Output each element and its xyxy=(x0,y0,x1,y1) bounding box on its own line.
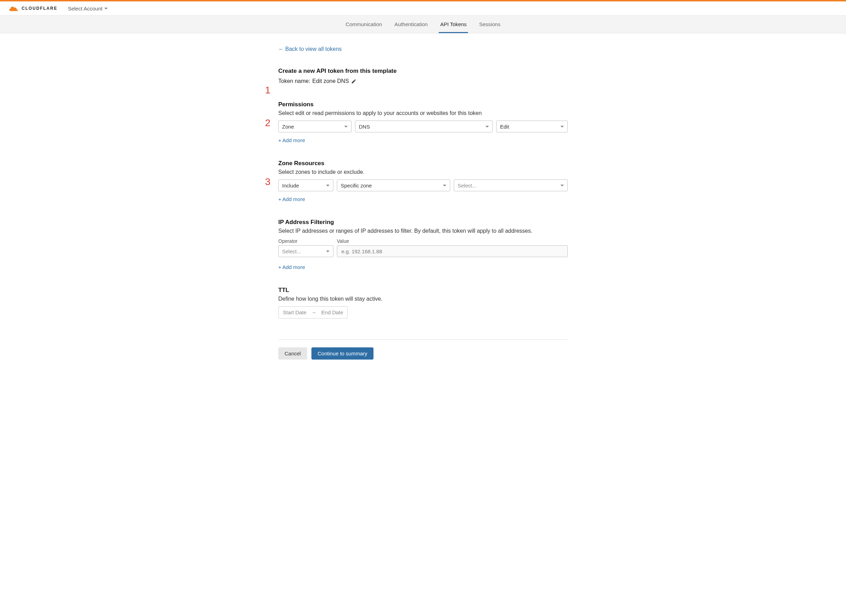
zone-scope-select[interactable]: Specific zone xyxy=(337,179,450,191)
token-name-row: Token name: Edit zone DNS xyxy=(278,78,568,84)
zone-inclusion-select[interactable]: Include xyxy=(278,179,333,191)
permissions-resource-select[interactable]: DNS xyxy=(355,120,493,132)
tab-sessions[interactable]: Sessions xyxy=(478,16,502,33)
zone-resources-title: Zone Resources xyxy=(278,160,568,167)
permissions-desc: Select edit or read permissions to apply… xyxy=(278,110,568,116)
header: CLOUDFLARE Select Account xyxy=(0,1,846,16)
permissions-add-more[interactable]: + Add more xyxy=(278,137,305,143)
ttl-start-placeholder: Start Date xyxy=(283,309,306,315)
permissions-add-more-label: Add more xyxy=(282,137,305,143)
brand-logo: CLOUDFLARE xyxy=(8,5,57,12)
chevron-down-icon xyxy=(104,8,108,9)
footer-divider xyxy=(278,339,568,340)
ttl-desc: Define how long this token will stay act… xyxy=(278,296,568,302)
ip-operator-label: Operator xyxy=(278,238,333,244)
section-zone-resources: 3 Zone Resources Select zones to include… xyxy=(278,160,568,202)
ip-filtering-add-more[interactable]: + Add more xyxy=(278,264,305,270)
token-name-value: Edit zone DNS xyxy=(312,78,349,84)
main-content: ← Back to view all tokens 1 Create a new… xyxy=(278,34,568,380)
ip-operator-placeholder: Select... xyxy=(282,248,301,254)
ttl-date-range[interactable]: Start Date → End Date xyxy=(278,306,348,318)
footer-actions: Cancel Continue to summary xyxy=(278,348,568,359)
chevron-down-icon xyxy=(443,185,446,186)
permissions-resource-value: DNS xyxy=(359,124,370,130)
zone-scope-value: Specific zone xyxy=(341,183,372,189)
pencil-icon[interactable] xyxy=(351,79,356,84)
permissions-level-value: Edit xyxy=(500,124,509,130)
token-name-label: Token name: xyxy=(278,78,310,84)
tab-authentication[interactable]: Authentication xyxy=(393,16,429,33)
brand-text: CLOUDFLARE xyxy=(22,6,57,11)
ttl-end-placeholder: End Date xyxy=(322,309,343,315)
chevron-down-icon xyxy=(486,126,489,128)
ip-value-label: Value xyxy=(337,238,568,244)
permissions-title: Permissions xyxy=(278,101,568,108)
plus-icon: + xyxy=(278,264,281,270)
back-link[interactable]: ← Back to view all tokens xyxy=(278,46,342,52)
continue-button[interactable]: Continue to summary xyxy=(311,348,374,359)
chevron-down-icon xyxy=(326,251,330,252)
plus-icon: + xyxy=(278,196,281,202)
annotation-3: 3 xyxy=(265,176,271,188)
permissions-scope-value: Zone xyxy=(282,124,294,130)
permissions-scope-select[interactable]: Zone xyxy=(278,120,352,132)
zone-resources-desc: Select zones to include or exclude. xyxy=(278,169,568,175)
chevron-down-icon xyxy=(561,126,564,128)
cloud-icon xyxy=(8,5,19,12)
account-selector-label: Select Account xyxy=(68,6,103,12)
ip-value-input[interactable] xyxy=(337,245,568,257)
section-ip-filtering: IP Address Filtering Select IP addresses… xyxy=(278,219,568,270)
arrow-right-icon: → xyxy=(311,309,316,315)
back-link-text: Back to view all tokens xyxy=(285,46,342,52)
tab-api-tokens[interactable]: API Tokens xyxy=(439,16,468,33)
chevron-down-icon xyxy=(344,126,348,128)
plus-icon: + xyxy=(278,137,281,143)
account-selector[interactable]: Select Account xyxy=(68,6,108,12)
annotation-1: 1 xyxy=(265,85,271,96)
chevron-down-icon xyxy=(561,185,564,186)
zone-value-placeholder: Select... xyxy=(458,183,476,189)
zone-value-select[interactable]: Select... xyxy=(454,179,568,191)
chevron-down-icon xyxy=(326,185,330,186)
ttl-title: TTL xyxy=(278,287,568,294)
arrow-left-icon: ← xyxy=(278,46,284,52)
ip-operator-select[interactable]: Select... xyxy=(278,245,333,257)
section-permissions: 2 Permissions Select edit or read permis… xyxy=(278,101,568,143)
zone-resources-add-more[interactable]: + Add more xyxy=(278,196,305,202)
ip-filtering-title: IP Address Filtering xyxy=(278,219,568,226)
tab-communication[interactable]: Communication xyxy=(344,16,383,33)
cancel-button[interactable]: Cancel xyxy=(278,348,307,359)
annotation-2: 2 xyxy=(265,117,271,129)
tabs-bar: Communication Authentication API Tokens … xyxy=(0,16,846,34)
zone-inclusion-value: Include xyxy=(282,183,299,189)
section-ttl: TTL Define how long this token will stay… xyxy=(278,287,568,318)
ip-filtering-add-more-label: Add more xyxy=(282,264,305,270)
zone-resources-add-more-label: Add more xyxy=(282,196,305,202)
page-title: Create a new API token from this templat… xyxy=(278,67,568,75)
ip-filtering-desc: Select IP addresses or ranges of IP addr… xyxy=(278,228,568,234)
permissions-level-select[interactable]: Edit xyxy=(496,120,568,132)
